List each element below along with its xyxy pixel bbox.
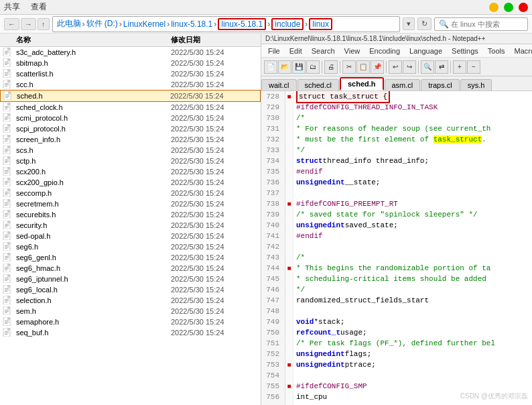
list-item[interactable]: seccomp.h 2022/5/30 15:24 — [0, 188, 261, 198]
list-item[interactable]: seg6_hmac.h 2022/5/30 15:24 — [0, 263, 261, 274]
tab-asm-cl[interactable]: asm.cl — [385, 79, 421, 91]
list-item[interactable]: seq_buf.h 2022/5/30 15:24 — [0, 327, 261, 338]
path-linux[interactable]: linux — [309, 18, 332, 30]
list-item[interactable]: scx200.h 2022/5/30 15:24 — [0, 166, 261, 177]
open-btn[interactable]: 📂 — [278, 60, 291, 74]
menu-macro[interactable]: Macro — [510, 46, 532, 56]
menu-share[interactable]: 共享 — [4, 1, 20, 13]
svg-rect-148 — [5, 311, 9, 312]
list-item[interactable]: sed-opal.h 2022/5/30 15:24 — [0, 231, 261, 241]
path-pc[interactable]: 此电脑 — [57, 18, 81, 30]
redo-btn[interactable]: ↪ — [403, 60, 416, 74]
gutter-marker — [285, 134, 293, 145]
gutter-marker — [285, 156, 293, 166]
dropdown-button[interactable]: ▾ — [403, 17, 415, 30]
code-line — [296, 306, 532, 316]
cut-btn[interactable]: ✂ — [342, 60, 356, 74]
save-all-btn[interactable]: 🗂 — [306, 60, 320, 74]
menu-edit[interactable]: Edit — [285, 46, 306, 56]
list-item[interactable]: seg6.h 2022/5/30 15:24 — [0, 241, 261, 252]
tab-wait-cl[interactable]: wait.cl — [261, 79, 297, 91]
list-item[interactable]: sbitmap.h 2022/5/30 15:24 — [0, 58, 261, 68]
gutter-marker — [285, 188, 293, 198]
list-item[interactable]: seg6_genl.h 2022/5/30 15:24 — [0, 252, 261, 263]
path-include[interactable]: include — [271, 18, 304, 30]
path-linux-182[interactable]: linux-5.18.1 — [218, 18, 266, 30]
file-date: 2022/5/30 15:24 — [171, 318, 258, 326]
list-item[interactable]: scs.h 2022/5/30 15:24 — [0, 145, 261, 156]
menu-file[interactable]: File — [264, 46, 284, 56]
copy-btn[interactable]: 📋 — [356, 60, 370, 74]
list-item[interactable]: sctp.h 2022/5/30 15:24 — [0, 156, 261, 166]
list-item[interactable]: secretmem.h 2022/5/30 15:24 — [0, 198, 261, 209]
menu-language[interactable]: Language — [405, 46, 446, 56]
list-item[interactable]: screen_info.h 2022/5/30 15:24 — [0, 134, 261, 145]
gutter-marker — [285, 166, 293, 177]
list-item[interactable]: selection.h 2022/5/30 15:24 — [0, 295, 261, 306]
new-file-btn[interactable]: 📄 — [264, 60, 277, 74]
list-item[interactable]: sched_clock.h 2022/5/30 15:24 — [0, 102, 261, 113]
code-line: /* saved state for "spinlock sleepers" *… — [296, 209, 532, 220]
back-button[interactable]: ← — [4, 18, 19, 30]
save-btn[interactable]: 💾 — [292, 60, 306, 74]
search-input[interactable] — [451, 20, 518, 28]
tab-sched-h[interactable]: sched.h — [340, 77, 384, 91]
path-drive[interactable]: 软件 (D:) — [86, 18, 118, 30]
refresh-button[interactable]: ↻ — [417, 17, 431, 30]
zoom-out-btn[interactable]: − — [467, 60, 480, 74]
svg-rect-35 — [5, 109, 7, 109]
print-btn[interactable]: 🖨 — [324, 60, 338, 74]
sep3 — [386, 61, 387, 73]
line-number: 741 — [264, 231, 282, 241]
code-area[interactable]: struct task_struct {#ifdef CONFIG_THREAD… — [293, 91, 532, 405]
gutter-marker — [285, 316, 293, 327]
undo-btn[interactable]: ↩ — [389, 60, 402, 74]
list-item[interactable]: sched.h 2022/5/30 15:24 — [0, 90, 261, 102]
menu-view[interactable]: 查看 — [31, 1, 47, 13]
svg-rect-10 — [5, 63, 9, 64]
svg-rect-101 — [5, 227, 7, 227]
menu-settings[interactable]: Settings — [448, 46, 482, 56]
zoom-in-btn[interactable]: + — [453, 60, 466, 74]
list-item[interactable]: scpi_protocol.h 2022/5/30 15:24 — [0, 123, 261, 134]
list-item[interactable]: security.h 2022/5/30 15:24 — [0, 220, 261, 231]
path-linuxkernel[interactable]: LinuxKernel — [123, 19, 165, 29]
minimize-button[interactable] — [489, 3, 498, 12]
forward-button[interactable]: → — [21, 18, 36, 30]
file-icon — [3, 199, 13, 209]
list-item[interactable]: seg6_local.h 2022/5/30 15:24 — [0, 284, 261, 295]
list-item[interactable]: scc.h 2022/5/30 15:24 — [0, 79, 261, 90]
line-number: 750 — [264, 327, 282, 338]
list-item[interactable]: seg6_iptunnel.h 2022/5/30 15:24 — [0, 274, 261, 284]
find-btn[interactable]: 🔍 — [421, 60, 434, 74]
list-item[interactable]: scatterlist.h 2022/5/30 15:24 — [0, 68, 261, 79]
tab-sys-h[interactable]: sys.h — [460, 79, 492, 91]
search-box[interactable]: 🔍 — [434, 17, 528, 31]
replace-btn[interactable]: ⇄ — [435, 60, 448, 74]
up-button[interactable]: ↑ — [38, 18, 50, 30]
list-item[interactable]: scmi_protocol.h 2022/5/30 15:24 — [0, 113, 261, 123]
file-name: scs.h — [16, 146, 171, 154]
file-date: 2022/5/30 15:24 — [171, 59, 258, 67]
gutter-marker — [285, 220, 293, 231]
list-item[interactable]: scx200_gpio.h 2022/5/30 15:24 — [0, 177, 261, 188]
menu-view[interactable]: View — [340, 46, 364, 56]
maximize-button[interactable] — [504, 3, 513, 12]
menu-encoding[interactable]: Encoding — [365, 46, 404, 56]
path-linux-181[interactable]: linux-5.18.1 — [171, 19, 212, 29]
address-path[interactable]: 此电脑 › 软件 (D:) › LinuxKernel › linux-5.18… — [52, 16, 401, 32]
tab-traps-cl[interactable]: traps.cl — [421, 79, 459, 91]
tab-sched-cl[interactable]: sched.cl — [297, 79, 339, 91]
list-item[interactable]: semaphore.h 2022/5/30 15:24 — [0, 316, 261, 327]
paste-btn[interactable]: 📌 — [371, 60, 384, 74]
list-item[interactable]: securebits.h 2022/5/30 15:24 — [0, 209, 261, 220]
svg-rect-28 — [5, 96, 9, 97]
close-button[interactable] — [519, 3, 528, 12]
file-svg-icon — [3, 328, 12, 337]
menu-tools[interactable]: Tools — [484, 46, 509, 56]
list-item[interactable]: sem.h 2022/5/30 15:24 — [0, 306, 261, 316]
line-number: 734 — [264, 156, 282, 166]
list-item[interactable]: s3c_adc_battery.h 2022/5/30 15:24 — [0, 47, 261, 58]
menu-search[interactable]: Search — [308, 46, 339, 56]
svg-rect-45 — [5, 127, 9, 128]
